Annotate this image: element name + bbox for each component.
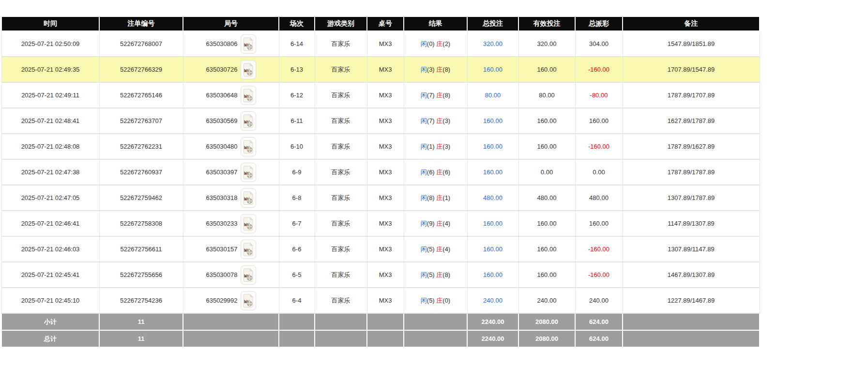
round-number: 635030078: [206, 271, 237, 278]
cell-remark: 1307.89/1787.89: [623, 185, 760, 211]
video-clip-icon: [243, 243, 254, 256]
cell-table-no: MX3: [367, 236, 404, 262]
bet-records-table: 时间 注单编号 局号 场次 游戏类别 桌号 结果 总投注 有效投注 总派彩 备注…: [1, 16, 760, 348]
cell-total-bet: 160.00: [467, 236, 518, 262]
cell-valid-bet: 240.00: [518, 288, 575, 313]
total-bet-link[interactable]: 80.00: [485, 92, 501, 99]
total-valid-bet: 2080.00: [518, 330, 575, 347]
total-bet-link[interactable]: 240.00: [483, 297, 503, 304]
video-replay-button[interactable]: [241, 86, 256, 105]
video-replay-button[interactable]: [241, 34, 256, 54]
video-clip-icon: [243, 268, 254, 282]
video-replay-button[interactable]: [241, 137, 256, 156]
result-player-label: 闲: [421, 92, 427, 99]
col-header-result: 结果: [404, 16, 467, 31]
total-bet-link[interactable]: 160.00: [483, 245, 503, 253]
cell-round-id: 635030157: [183, 236, 279, 262]
result-player-score: (7): [427, 92, 435, 99]
cell-valid-bet: 160.00: [518, 134, 575, 159]
cell-bet-id: 522672754236: [99, 288, 183, 313]
result-banker-label: 庄: [436, 194, 442, 201]
cell-remark: 1227.89/1467.89: [623, 288, 760, 313]
cell-remark: 1147.89/1307.89: [623, 211, 760, 236]
cell-result: 闲(0) 庄(2): [404, 31, 467, 57]
total-bet-link[interactable]: 160.00: [483, 66, 503, 73]
result-player-score: (5): [427, 271, 435, 278]
total-bet-link[interactable]: 480.00: [483, 194, 503, 201]
result-player-score: (5): [427, 245, 435, 253]
cell-payout: 160.00: [575, 211, 623, 236]
cell-payout: -160.00: [575, 57, 623, 82]
video-clip-icon: [243, 140, 254, 153]
cell-round-id: 635030233: [183, 211, 279, 236]
cell-game-type: 百家乐: [315, 236, 367, 262]
round-number: 635030318: [206, 194, 237, 201]
video-replay-button[interactable]: [241, 60, 256, 79]
video-clip-icon: [243, 166, 254, 179]
bet-records-page: 时间 注单编号 局号 场次 游戏类别 桌号 结果 总投注 有效投注 总派彩 备注…: [0, 0, 868, 348]
total-empty-session: [279, 330, 315, 347]
cell-result: 闲(9) 庄(4): [404, 211, 467, 236]
table-row: 2025-07-21 02:45:10 522672754236 6350299…: [1, 288, 760, 313]
result-banker-label: 庄: [436, 245, 442, 253]
cell-time: 2025-07-21 02:49:11: [1, 82, 99, 108]
total-bet-link[interactable]: 160.00: [483, 143, 503, 150]
cell-result: 闲(7) 庄(3): [404, 108, 467, 134]
result-banker-score: (1): [442, 194, 450, 201]
subtotal-label: 小计: [1, 313, 99, 330]
cell-total-bet: 80.00: [467, 82, 518, 108]
result-player-score: (8): [427, 194, 435, 201]
round-number: 635030726: [206, 66, 237, 73]
cell-result: 闲(6) 庄(6): [404, 159, 467, 185]
video-clip-icon: [243, 89, 254, 102]
col-header-table-no: 桌号: [367, 16, 404, 31]
table-summary: 小计 11 2240.00 2080.00 624.00 总计 11: [1, 313, 760, 347]
col-header-game-type: 游戏类别: [315, 16, 367, 31]
cell-session: 6-7: [279, 211, 315, 236]
cell-valid-bet: 320.00: [518, 31, 575, 57]
cell-game-type: 百家乐: [315, 159, 367, 185]
cell-game-type: 百家乐: [315, 108, 367, 134]
col-header-bet-id: 注单编号: [99, 16, 183, 31]
result-banker-score: (8): [442, 92, 450, 99]
table-row: 2025-07-21 02:50:09 522672768007 6350308…: [1, 31, 760, 57]
cell-game-type: 百家乐: [315, 185, 367, 211]
cell-remark: 1787.89/1707.89: [623, 82, 760, 108]
result-banker-label: 庄: [436, 117, 442, 124]
cell-session: 6-13: [279, 57, 315, 82]
result-banker-label: 庄: [436, 297, 442, 304]
cell-bet-id: 522672765146: [99, 82, 183, 108]
total-bet-link[interactable]: 160.00: [483, 117, 503, 124]
col-header-valid-bet: 有效投注: [518, 16, 575, 31]
video-replay-button[interactable]: [241, 214, 256, 233]
cell-result: 闲(5) 庄(8): [404, 262, 467, 288]
cell-session: 6-5: [279, 262, 315, 288]
result-player-score: (0): [427, 40, 435, 47]
subtotal-empty-remark: [623, 313, 760, 330]
video-replay-button[interactable]: [241, 111, 256, 131]
cell-table-no: MX3: [367, 108, 404, 134]
total-bet-link[interactable]: 160.00: [483, 271, 503, 278]
video-replay-button[interactable]: [241, 163, 256, 182]
cell-total-bet: 160.00: [467, 134, 518, 159]
video-replay-button[interactable]: [241, 240, 256, 259]
cell-result: 闲(3) 庄(8): [404, 57, 467, 82]
video-replay-button[interactable]: [241, 188, 256, 208]
cell-payout: 240.00: [575, 288, 623, 313]
table-row: 2025-07-21 02:46:03 522672756611 6350301…: [1, 236, 760, 262]
video-replay-button[interactable]: [241, 291, 256, 310]
total-bet-link[interactable]: 160.00: [483, 169, 503, 176]
result-player-label: 闲: [421, 143, 427, 150]
total-empty-result: [404, 330, 467, 347]
cell-bet-id: 522672756611: [99, 236, 183, 262]
total-bet-link[interactable]: 160.00: [483, 220, 503, 227]
cell-bet-id: 522672763707: [99, 108, 183, 134]
total-count: 11: [99, 330, 183, 347]
video-replay-button[interactable]: [241, 265, 256, 285]
total-bet-link[interactable]: 320.00: [483, 40, 503, 47]
table-header: 时间 注单编号 局号 场次 游戏类别 桌号 结果 总投注 有效投注 总派彩 备注: [1, 16, 760, 31]
cell-round-id: 635030318: [183, 185, 279, 211]
result-player-score: (6): [427, 169, 435, 176]
result-banker-score: (4): [442, 220, 450, 227]
subtotal-valid-bet: 2080.00: [518, 313, 575, 330]
